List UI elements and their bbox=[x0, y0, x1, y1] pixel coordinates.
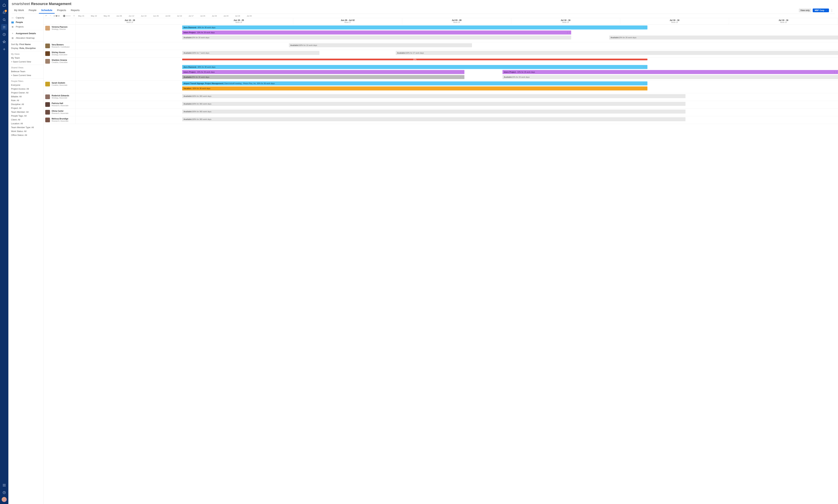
rail-resource-management[interactable] bbox=[1, 24, 7, 30]
assignment-bar[interactable]: Vacation – 50% for 36 work days⋮⋮ bbox=[182, 86, 647, 90]
my-views-item[interactable]: My Team bbox=[8, 56, 43, 60]
drag-handle-icon[interactable]: ⋮⋮ bbox=[643, 87, 647, 90]
person-info[interactable]: Sheldon GreeneCreative, Executive bbox=[43, 58, 75, 80]
zoom-slider[interactable] bbox=[62, 16, 71, 16]
person-info[interactable]: Patricia HallResearch, Associate bbox=[43, 101, 75, 108]
person-info[interactable]: Victoria PearsonStrategy, Director bbox=[43, 24, 75, 42]
drag-handle-icon[interactable]: ⋮⋮ bbox=[460, 71, 464, 73]
person-info[interactable]: Vera BowersResearch, Contributor bbox=[43, 42, 75, 50]
sidebar: ▭Capacity👥People▣Projects≡Assignment Det… bbox=[8, 14, 43, 504]
person-info[interactable]: Sarah GodwinCreative, Associate bbox=[43, 80, 75, 93]
people-filter-item[interactable]: Team Member: All bbox=[8, 110, 43, 114]
people-filter-item[interactable]: Role: All bbox=[8, 98, 43, 102]
week-column[interactable]: Jun 19 - 25Week 26 bbox=[185, 18, 293, 24]
person-name: Melissa Brundige bbox=[52, 118, 68, 120]
people-filter-item[interactable]: Location: All bbox=[8, 122, 43, 125]
drag-handle-icon[interactable]: ⋮⋮ bbox=[643, 66, 647, 68]
week-column[interactable]: Jun 26 - Jul 02Week 27 bbox=[293, 18, 402, 24]
drag-handle-icon[interactable]: ⋮⋮ bbox=[460, 76, 464, 78]
people-filter-item[interactable]: Work Status: All bbox=[8, 129, 43, 133]
people-filter-item[interactable]: Project: All bbox=[8, 106, 43, 110]
people-filter-item[interactable]: Client: All bbox=[8, 118, 43, 122]
tab-reports[interactable]: Reports bbox=[68, 7, 82, 14]
week-column[interactable]: Jul 03 - 09Week 28 bbox=[402, 18, 511, 24]
assignment-bar[interactable]: Available 100% for 27 work days bbox=[396, 51, 838, 55]
today-button[interactable]: T bbox=[73, 15, 75, 17]
assignment-bar[interactable]: Available 100% for 365 work days bbox=[182, 102, 685, 106]
people-filter-item[interactable]: Team Member Type: All bbox=[8, 125, 43, 129]
assignment-bar[interactable]: Available 10% for 26 work days bbox=[182, 36, 571, 39]
my-views-item[interactable]: + Save Current View bbox=[8, 60, 43, 64]
rail-notifications[interactable]: 3 bbox=[1, 10, 7, 15]
assignment-bar[interactable]: Available 10% for 26 work days bbox=[609, 36, 838, 39]
person-role: Research, Associate bbox=[52, 120, 68, 122]
assignment-bar[interactable]: Intern Project – 10% for 26 work days⋮⋮ bbox=[182, 70, 465, 74]
people-filter-item[interactable]: Billable: All bbox=[8, 95, 43, 98]
sidebar-allocation-heatmap[interactable]: ▦Allocation Heatmap bbox=[8, 36, 43, 40]
svg-rect-9 bbox=[3, 485, 3, 485]
zoom-M[interactable]: M bbox=[58, 15, 60, 17]
drag-handle-icon[interactable]: ⋮⋮ bbox=[643, 82, 647, 85]
date-tick: Jul 03 bbox=[165, 15, 170, 17]
assignment-bar[interactable]: Aero Diamond – 80% for 38 work days⋮⋮ bbox=[182, 25, 647, 30]
sidebar-capacity[interactable]: ▭Capacity bbox=[8, 15, 43, 20]
assignment-bar[interactable]: 10% bbox=[182, 59, 647, 60]
people-filter-item[interactable]: Discipline: All bbox=[8, 102, 43, 106]
assignment-bar[interactable]: Intern Project – 10% for 26 work days⋮⋮ bbox=[182, 31, 571, 35]
rail-recents[interactable] bbox=[1, 32, 7, 37]
assignment-bar[interactable]: Available 100% for 365 work days bbox=[182, 94, 685, 98]
assignment-bar[interactable]: Available 100% for 10 work days bbox=[289, 43, 472, 47]
person-row: Sheldon GreeneCreative, Executive10%Aero… bbox=[43, 58, 838, 80]
assignment-bar[interactable]: Available 100% for 7 work days bbox=[182, 51, 319, 55]
rail-add[interactable] bbox=[1, 46, 7, 52]
sidebar-people[interactable]: 👥People bbox=[8, 20, 43, 24]
person-info[interactable]: Olivia CarterResearch, Associate bbox=[43, 109, 75, 116]
people-filter-item[interactable]: Project Access: All bbox=[8, 87, 43, 91]
week-column[interactable]: Jul 10 - 16Week 29 bbox=[620, 18, 729, 24]
assignment-bar[interactable]: Available 100% for 365 work days bbox=[182, 117, 685, 121]
assignment-bar[interactable]: Aero Diamond – 80% for 38 work days⋮⋮ bbox=[182, 65, 647, 69]
tab-schedule[interactable]: Schedule bbox=[39, 7, 55, 14]
redo-button[interactable]: ↷ bbox=[49, 15, 52, 17]
shared-views-item[interactable]: + Save Current View bbox=[8, 73, 43, 77]
org-selector[interactable]: MBF Corp bbox=[813, 8, 829, 12]
drag-handle-icon[interactable]: ⋮⋮ bbox=[566, 31, 571, 34]
assignment-bar[interactable]: Intern Project – 10% for 26 work days⋮⋮ bbox=[503, 70, 838, 74]
people-filter-item[interactable]: Everyone bbox=[8, 83, 43, 87]
tab-my-work[interactable]: My Work bbox=[12, 7, 26, 14]
display-by[interactable]: Display: Role, Discipline bbox=[8, 46, 43, 50]
assignment-bar[interactable]: Airport Transit Signage: Project Managem… bbox=[182, 82, 647, 86]
sort-by[interactable]: Sort By: First Name bbox=[8, 42, 43, 46]
rail-apps[interactable] bbox=[1, 482, 7, 488]
svg-point-3 bbox=[3, 28, 3, 28]
more-menu[interactable]: ⋮ bbox=[829, 8, 835, 12]
assignment-bar[interactable]: Available 10% for 26 work days bbox=[503, 75, 838, 79]
person-info[interactable]: Melissa BrundigeResearch, Associate bbox=[43, 116, 75, 124]
sidebar-projects[interactable]: ▣Projects bbox=[8, 24, 43, 29]
tab-projects[interactable]: Projects bbox=[55, 7, 68, 14]
shared-views-item[interactable]: Bellevue Team bbox=[8, 70, 43, 73]
person-info[interactable]: Shirley HusonStrategy, Executive bbox=[43, 50, 75, 57]
week-column[interactable]: Jul 10 - 16Week 29 bbox=[729, 18, 838, 24]
assignment-bar[interactable]: Available 20% for 26 work days⋮⋮ bbox=[182, 75, 465, 79]
drag-handle-icon[interactable]: ⋮⋮ bbox=[643, 26, 647, 29]
svg-point-1 bbox=[3, 26, 3, 26]
drag-handle-icon[interactable]: ⋮⋮ bbox=[833, 71, 837, 73]
rail-help[interactable] bbox=[1, 490, 7, 496]
week-column[interactable]: Jul 10 - 16Week 29 bbox=[511, 18, 620, 24]
undo-button[interactable]: ↶ bbox=[45, 15, 48, 17]
rail-user-avatar[interactable] bbox=[2, 497, 7, 502]
sidebar-assignment-details[interactable]: ≡Assignment Details bbox=[8, 31, 43, 36]
people-filter-item[interactable]: Project Owner: All bbox=[8, 91, 43, 95]
rail-search[interactable] bbox=[1, 17, 7, 23]
week-column[interactable]: Jun 12 - 18Week 25 bbox=[75, 18, 185, 24]
people-filter-item[interactable]: People Tags: All bbox=[8, 114, 43, 118]
assignment-bar[interactable]: Available 100% for 365 work days bbox=[182, 110, 685, 113]
rail-home[interactable] bbox=[1, 2, 7, 8]
rail-favorites[interactable] bbox=[1, 39, 7, 45]
people-filter-item[interactable]: Office Status: All bbox=[8, 133, 43, 137]
tab-people[interactable]: People bbox=[26, 7, 39, 14]
person-info[interactable]: Roderick EdwardsStrategy, Associate bbox=[43, 93, 75, 101]
zoom-W[interactable]: W bbox=[55, 15, 58, 17]
zoom-D[interactable]: D bbox=[53, 15, 55, 17]
